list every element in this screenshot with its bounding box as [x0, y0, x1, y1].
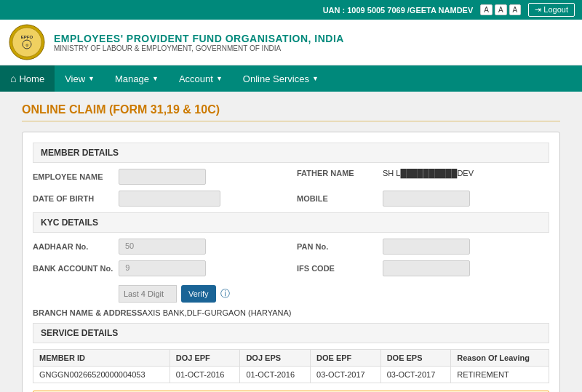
chevron-down-icon: ▼ [152, 75, 159, 82]
ministry-name: MINISTRY OF LABOUR & EMPLOYMENT, GOVERNM… [54, 44, 344, 52]
pan-group: PAN No. [297, 239, 549, 255]
info-icon[interactable]: ⓘ [220, 287, 230, 300]
col-doj-epf: DOJ EPF [170, 350, 240, 367]
verify-button[interactable]: Verify [181, 285, 216, 303]
cell-reason: RETIREMENT [451, 367, 549, 383]
home-icon: ⌂ [10, 73, 16, 84]
mobile-value [383, 191, 470, 207]
branch-value: AXIS BANK,DLF-GURGAON (HARYANA) [143, 308, 292, 317]
mobile-group: MOBILE [297, 191, 549, 207]
bank-ifs-row: BANK ACCOUNT No. 9 Verify ⓘ IFS CODE [33, 260, 549, 303]
font-small-button[interactable]: A [480, 4, 493, 15]
last4-digit-input[interactable] [119, 285, 177, 303]
page-title: ONLINE CLAIM (FORM 31,19 & 10C) [22, 103, 560, 121]
service-details-header: SERVICE DETAILS [33, 323, 549, 343]
chevron-down-icon: ▼ [312, 75, 319, 82]
main-content: ONLINE CLAIM (FORM 31,19 & 10C) MEMBER D… [7, 92, 575, 392]
uan-info: UAN : 1009 5005 7069 /GEETA NAMDEV [323, 6, 474, 15]
logout-button[interactable]: ⇥ Logout [528, 3, 575, 17]
claim-form-card: MEMBER DETAILS EMPLOYEE NAME FATHER NAME… [22, 132, 560, 392]
mobile-label: MOBILE [297, 194, 377, 203]
font-medium-button[interactable]: A [495, 4, 507, 15]
nav-account[interactable]: Account ▼ [169, 65, 233, 92]
cell-doj-eps: 01-OCT-2016 [240, 367, 311, 383]
member-details-header: MEMBER DETAILS [33, 143, 549, 163]
col-doe-eps: DOE EPS [380, 350, 451, 367]
org-logo: EPFO ⚙ [9, 24, 45, 60]
logout-icon: ⇥ [535, 5, 541, 14]
dob-value [119, 191, 220, 207]
ifs-value [383, 260, 470, 276]
pan-label: PAN No. [297, 242, 377, 251]
font-size-controls: A A A [480, 4, 521, 15]
table-header-row: MEMBER ID DOJ EPF DOJ EPS DOE EPF DOE EP… [33, 350, 549, 367]
pan-value [383, 239, 470, 255]
branch-label: BRANCH NAME & ADDRESS [33, 308, 143, 317]
org-name: EMPLOYEES' PROVIDENT FUND ORGANISATION, … [54, 33, 344, 44]
father-name-value: SH L██████████DEV [383, 169, 474, 177]
top-bar: UAN : 1009 5005 7069 /GEETA NAMDEV A A A… [0, 0, 582, 20]
font-large-button[interactable]: A [509, 4, 522, 15]
aadhaar-value: 50 [119, 239, 206, 255]
col-reason: Reason Of Leaving [451, 350, 549, 367]
cell-doe-eps: 03-OCT-2017 [380, 367, 451, 383]
chevron-down-icon: ▼ [216, 75, 223, 82]
employee-name-value [119, 169, 206, 185]
nav-manage[interactable]: Manage ▼ [105, 65, 169, 92]
main-navbar: ⌂ Home View ▼ Manage ▼ Account ▼ Online … [0, 65, 582, 92]
ifs-group: IFS CODE [297, 260, 549, 276]
chevron-down-icon: ▼ [88, 75, 95, 82]
bank-account-label: BANK ACCOUNT No. [33, 264, 113, 273]
cell-doj-epf: 01-OCT-2016 [170, 367, 240, 383]
dob-mobile-row: DATE OF BIRTH MOBILE [33, 191, 549, 207]
cell-member-id: GNGGN00266520000004053 [33, 367, 170, 383]
header-text: EMPLOYEES' PROVIDENT FUND ORGANISATION, … [54, 33, 344, 52]
nav-view[interactable]: View ▼ [55, 65, 105, 92]
father-name-label: FATHER NAME [297, 169, 377, 177]
page-header: EPFO ⚙ EMPLOYEES' PROVIDENT FUND ORGANIS… [0, 20, 582, 65]
aadhaar-group: AADHAAR No. 50 [33, 239, 285, 255]
employee-name-row: EMPLOYEE NAME FATHER NAME SH L██████████… [33, 169, 549, 185]
kyc-details-header: KYC DETAILS [33, 212, 549, 233]
aadhaar-pan-row: AADHAAR No. 50 PAN No. [33, 239, 549, 255]
employee-name-group: EMPLOYEE NAME [33, 169, 285, 185]
bank-account-value: 9 [119, 260, 206, 276]
table-row: GNGGN00266520000004053 01-OCT-2016 01-OC… [33, 367, 549, 383]
col-member-id: MEMBER ID [33, 350, 170, 367]
svg-text:EPFO: EPFO [21, 35, 33, 39]
ifs-label: IFS CODE [297, 264, 377, 273]
service-details-table: MEMBER ID DOJ EPF DOJ EPS DOE EPF DOE EP… [33, 349, 549, 383]
father-name-group: FATHER NAME SH L██████████DEV [297, 169, 549, 177]
col-doe-epf: DOE EPF [311, 350, 381, 367]
dob-group: DATE OF BIRTH [33, 191, 285, 207]
bank-account-group: BANK ACCOUNT No. 9 Verify ⓘ [33, 260, 285, 303]
svg-point-1 [12, 28, 41, 57]
branch-row: BRANCH NAME & ADDRESS AXIS BANK,DLF-GURG… [33, 308, 549, 317]
dob-label: DATE OF BIRTH [33, 194, 113, 203]
nav-online-services[interactable]: Online Services ▼ [233, 65, 329, 92]
cell-doe-epf: 03-OCT-2017 [311, 367, 381, 383]
aadhaar-label: AADHAAR No. [33, 242, 113, 251]
col-doj-eps: DOJ EPS [240, 350, 311, 367]
employee-name-label: EMPLOYEE NAME [33, 172, 113, 181]
nav-home[interactable]: ⌂ Home [0, 65, 55, 92]
